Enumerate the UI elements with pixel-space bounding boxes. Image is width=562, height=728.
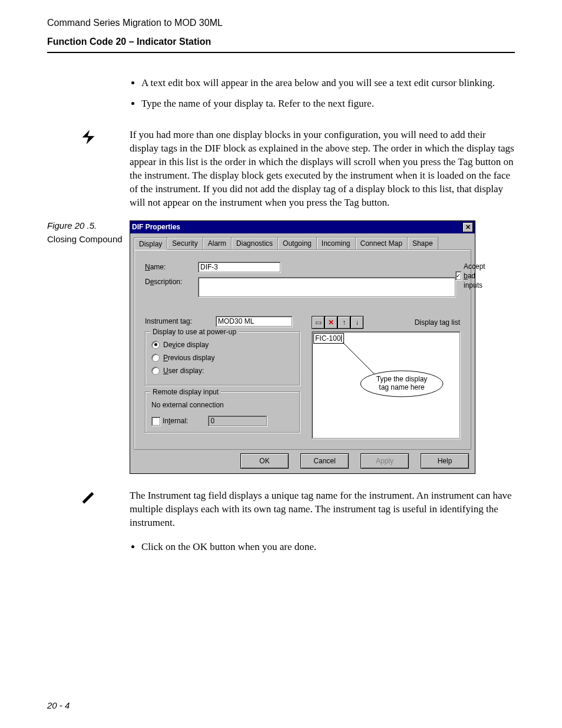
accept-bad-inputs-checkbox[interactable]: ✓ Accept bad inputs [455, 262, 488, 291]
display-tag-list[interactable]: FIC-100 Type the display tag name here [312, 331, 460, 439]
top-bullet-list: A text edit box will appear in the area … [130, 77, 515, 111]
accept-bad-inputs-label: Accept bad inputs [464, 262, 488, 291]
pencil-note-text: The Instrument tag field displays a uniq… [130, 489, 515, 530]
doc-title: Command Series Migration to MOD 30ML [47, 18, 515, 28]
tab-shape[interactable]: Shape [407, 237, 438, 249]
svg-text:tag name here: tag name here [379, 383, 425, 391]
tab-security[interactable]: Security [167, 237, 203, 249]
delete-item-icon[interactable]: ✕ [325, 316, 338, 329]
tab-diagnostics[interactable]: Diagnostics [231, 237, 278, 249]
cancel-button[interactable]: Cancel [300, 453, 349, 469]
powerup-group-title: Display to use at power-up [150, 327, 239, 337]
new-item-icon[interactable]: ▭ [312, 316, 325, 329]
internal-field [208, 416, 267, 426]
display-tag-list-label: Display tag list [415, 318, 460, 327]
radio-device-display[interactable]: Device display [151, 340, 293, 350]
description-label: Description: [145, 277, 198, 286]
tab-incoming[interactable]: Incoming [316, 237, 356, 249]
ok-button[interactable]: OK [240, 453, 289, 469]
tab-connect-map[interactable]: Connect Map [355, 237, 408, 249]
remote-groupbox: Remote display input No external connect… [145, 391, 300, 433]
lightning-note-text: If you had more than one display blocks … [130, 129, 515, 210]
dif-properties-dialog: DIF Properties ✕ Display Security Alarm … [130, 220, 475, 475]
internal-checkbox[interactable]: Internal: [151, 416, 293, 426]
tab-panel: Name: Description: ✓ Accept bad inputs [134, 249, 471, 450]
apply-button[interactable]: Apply [361, 453, 409, 469]
instrument-tag-label: Instrument tag: [145, 317, 216, 326]
pencil-icon [80, 489, 97, 508]
bullet-item: A text edit box will appear in the area … [141, 77, 515, 90]
section-title: Function Code 20 – Indicator Station [47, 37, 515, 47]
powerup-groupbox: Display to use at power-up Device displa… [145, 331, 300, 386]
remote-text: No external connection [151, 400, 293, 410]
dialog-title: DIF Properties [132, 222, 180, 232]
description-field[interactable] [198, 277, 455, 297]
lightning-icon [80, 129, 97, 147]
bullet-item: Type the name of your display ta. Refer … [141, 97, 515, 111]
radio-user-display[interactable]: User display: [151, 366, 293, 375]
svg-line-0 [343, 342, 375, 375]
figure-caption: Closing Compound [47, 234, 130, 244]
close-icon[interactable]: ✕ [462, 222, 473, 232]
tab-alarm[interactable]: Alarm [203, 237, 232, 249]
instrument-tag-field[interactable] [216, 316, 292, 327]
page-number: 20 - 4 [47, 700, 70, 710]
move-down-icon[interactable]: ↓ [351, 316, 363, 329]
figure-number: Figure 20 .5. [47, 220, 130, 230]
move-up-icon[interactable]: ↑ [338, 316, 351, 329]
callout-annotation: Type the display tag name here [343, 366, 449, 410]
svg-text:Type the display: Type the display [376, 375, 428, 383]
tab-outgoing[interactable]: Outgoing [277, 237, 317, 249]
tab-display[interactable]: Display [134, 238, 167, 250]
name-field[interactable] [198, 262, 280, 272]
dialog-titlebar[interactable]: DIF Properties ✕ [130, 221, 475, 233]
radio-previous-display[interactable]: Previous display [151, 353, 293, 363]
help-button[interactable]: Help [421, 453, 469, 469]
bottom-bullet-list: Click on the OK button when you are done… [130, 541, 515, 554]
header-rule [47, 52, 515, 53]
name-label: Name: [145, 262, 198, 272]
tag-edit-cell[interactable]: FIC-100 [313, 333, 344, 344]
tab-strip: Display Security Alarm Diagnostics Outgo… [130, 233, 475, 249]
remote-group-title: Remote display input [150, 387, 221, 397]
bullet-item: Click on the OK button when you are done… [141, 541, 515, 554]
